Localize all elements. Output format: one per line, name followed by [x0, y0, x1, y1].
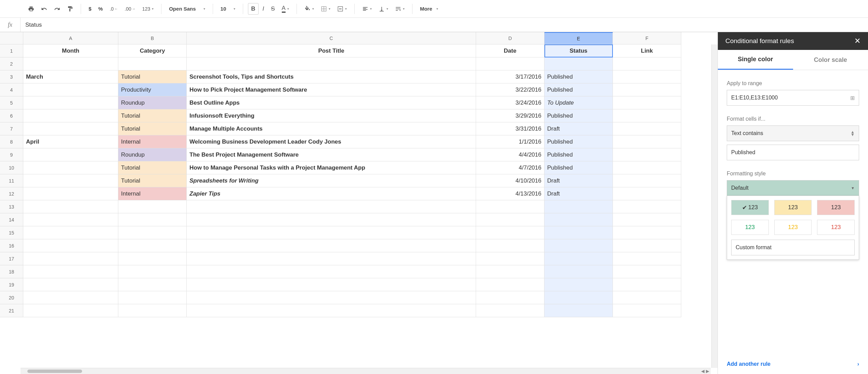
condition-select[interactable]: Text contains ▲▼	[727, 125, 859, 141]
cell-E20[interactable]	[544, 291, 613, 304]
cell-F5[interactable]	[613, 96, 681, 109]
cell-C11[interactable]: Spreadsheets for Writing	[187, 174, 476, 187]
cell-C16[interactable]	[187, 239, 476, 252]
col-header-C[interactable]: C	[187, 32, 476, 44]
row-header-5[interactable]: 5	[0, 96, 23, 109]
cell-D18[interactable]	[476, 265, 544, 278]
cell-C4[interactable]: How to Pick Project Management Software	[187, 83, 476, 96]
cell-C2[interactable]	[187, 57, 476, 70]
cell-E5[interactable]: To Update	[544, 96, 613, 109]
cell-D2[interactable]	[476, 57, 544, 70]
cell-F18[interactable]	[613, 265, 681, 278]
cell-B2[interactable]	[118, 57, 187, 70]
cell-D3[interactable]: 3/17/2016	[476, 70, 544, 83]
cell-A3[interactable]: March	[23, 70, 118, 83]
cell-E14[interactable]	[544, 213, 613, 226]
cell-A17[interactable]	[23, 252, 118, 265]
cell-B5[interactable]: Roundup	[118, 96, 187, 109]
fill-color-button[interactable]: ▾	[302, 4, 317, 14]
cell-B16[interactable]	[118, 239, 187, 252]
cell-E19[interactable]	[544, 278, 613, 291]
cell-E2[interactable]	[544, 57, 613, 70]
cell-E3[interactable]: Published	[544, 70, 613, 83]
cell-C14[interactable]	[187, 213, 476, 226]
cell-B3[interactable]: Tutorial	[118, 70, 187, 83]
cell-E4[interactable]: Published	[544, 83, 613, 96]
cell-C9[interactable]: The Best Project Management Software	[187, 148, 476, 161]
cell-A13[interactable]	[23, 200, 118, 213]
cell-A15[interactable]	[23, 226, 118, 239]
borders-button[interactable]: ▾	[318, 4, 333, 14]
cell-E15[interactable]	[544, 226, 613, 239]
cell-A12[interactable]	[23, 187, 118, 200]
percent-button[interactable]: %	[95, 4, 105, 14]
text-color-button[interactable]: A▾	[279, 3, 292, 15]
increase-decimal-button[interactable]: .00→	[122, 4, 138, 14]
cell-C5[interactable]: Best Outline Apps	[187, 96, 476, 109]
cell-D8[interactable]: 1/1/2016	[476, 135, 544, 148]
col-header-A[interactable]: A	[23, 32, 118, 44]
cell-E21[interactable]	[544, 304, 613, 317]
more-button[interactable]: More▾	[417, 4, 441, 14]
row-header-19[interactable]: 19	[0, 278, 23, 291]
cell-A18[interactable]	[23, 265, 118, 278]
row-header-14[interactable]: 14	[0, 213, 23, 226]
vertical-scrollbar[interactable]	[711, 44, 718, 368]
apply-range-input[interactable]: E1:E10,E13:E1000 ⊞	[727, 90, 859, 106]
cell-A20[interactable]	[23, 291, 118, 304]
cell-A6[interactable]	[23, 109, 118, 122]
preset-yellow-bg[interactable]: 123	[774, 200, 812, 215]
cell-D9[interactable]: 4/4/2016	[476, 148, 544, 161]
cell-A9[interactable]	[23, 148, 118, 161]
cell-C8[interactable]: Welcoming Business Development Leader Co…	[187, 135, 476, 148]
print-button[interactable]	[25, 4, 37, 14]
row-header-8[interactable]: 8	[0, 135, 23, 148]
cell-B1[interactable]: Category	[118, 44, 187, 57]
cell-B9[interactable]: Roundup	[118, 148, 187, 161]
cell-D4[interactable]: 3/22/2016	[476, 83, 544, 96]
col-header-F[interactable]: F	[613, 32, 681, 44]
cell-C13[interactable]	[187, 200, 476, 213]
cell-A7[interactable]	[23, 122, 118, 135]
preset-red-bg[interactable]: 123	[817, 200, 855, 215]
cell-F20[interactable]	[613, 291, 681, 304]
cell-A19[interactable]	[23, 278, 118, 291]
text-wrap-button[interactable]: ▾	[392, 4, 407, 14]
row-header-15[interactable]: 15	[0, 226, 23, 239]
cell-F2[interactable]	[613, 57, 681, 70]
select-all-corner[interactable]	[0, 32, 23, 44]
cell-E1[interactable]: Status	[544, 44, 613, 57]
style-default-select[interactable]: Default ▼	[727, 180, 859, 196]
range-picker-icon[interactable]: ⊞	[850, 95, 855, 101]
scrollbar-thumb[interactable]	[27, 370, 82, 373]
tab-color-scale[interactable]: Color scale	[793, 50, 868, 70]
row-header-1[interactable]: 1	[0, 44, 23, 57]
row-header-13[interactable]: 13	[0, 200, 23, 213]
cell-B13[interactable]	[118, 200, 187, 213]
cell-D6[interactable]: 3/29/2016	[476, 109, 544, 122]
cell-C20[interactable]	[187, 291, 476, 304]
cell-B14[interactable]	[118, 213, 187, 226]
row-header-3[interactable]: 3	[0, 70, 23, 83]
cell-E18[interactable]	[544, 265, 613, 278]
cell-F6[interactable]	[613, 109, 681, 122]
cell-E12[interactable]: Draft	[544, 187, 613, 200]
vertical-align-button[interactable]: ▾	[376, 4, 391, 14]
cell-D5[interactable]: 3/24/2016	[476, 96, 544, 109]
row-header-16[interactable]: 16	[0, 239, 23, 252]
cell-B4[interactable]: Productivity	[118, 83, 187, 96]
cell-B8[interactable]: Internal	[118, 135, 187, 148]
row-header-6[interactable]: 6	[0, 109, 23, 122]
cell-F7[interactable]	[613, 122, 681, 135]
cell-E7[interactable]: Draft	[544, 122, 613, 135]
row-header-10[interactable]: 10	[0, 161, 23, 174]
cell-D19[interactable]	[476, 278, 544, 291]
row-header-17[interactable]: 17	[0, 252, 23, 265]
row-header-9[interactable]: 9	[0, 148, 23, 161]
strikethrough-button[interactable]: S	[268, 3, 277, 14]
cell-A14[interactable]	[23, 213, 118, 226]
tab-single-color[interactable]: Single color	[718, 50, 793, 70]
scroll-right-icon[interactable]: ▶	[706, 369, 709, 374]
preset-orange-text[interactable]: 123	[774, 220, 812, 235]
cell-B10[interactable]: Tutorial	[118, 161, 187, 174]
